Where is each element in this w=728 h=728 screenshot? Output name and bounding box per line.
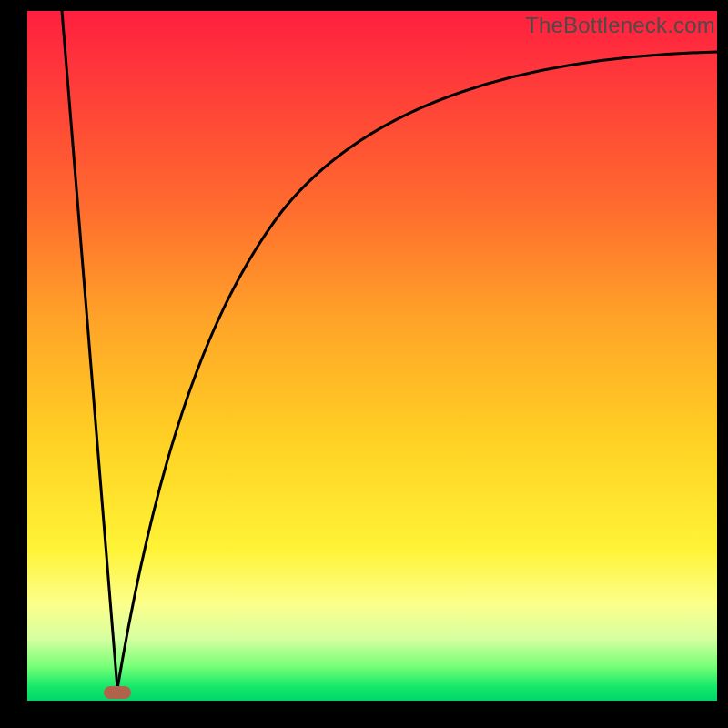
curve-left-branch <box>62 11 117 689</box>
chart-frame: TheBottleneck.com <box>0 0 728 728</box>
notch-marker <box>104 686 131 699</box>
plot-area <box>27 11 717 701</box>
watermark-text: TheBottleneck.com <box>525 13 715 38</box>
curve-right-branch <box>117 52 717 689</box>
bottleneck-curve <box>27 11 717 701</box>
